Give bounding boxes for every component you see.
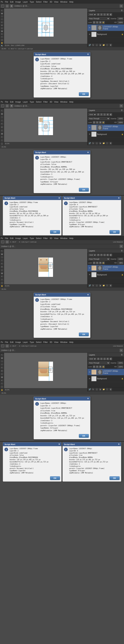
tool-text-4[interactable]: T: [0, 278, 4, 281]
layer-row-frame-4[interactable]: 👁 LO2G5037-300dpi Frame: [88, 265, 124, 272]
tool-clone[interactable]: ⊕: [0, 24, 4, 26]
layers-smart-icon-4[interactable]: ⊕: [106, 254, 109, 256]
menu-image-4[interactable]: Image: [15, 237, 21, 239]
toolbar-icon-2[interactable]: ▢: [5, 4, 9, 8]
tool-eraser-5[interactable]: ◻: [0, 373, 4, 376]
lock-icon-4b[interactable]: ✏: [96, 262, 99, 264]
layers-btn-del-1[interactable]: 🗑: [109, 44, 112, 46]
ok-button-6r[interactable]: OK: [110, 476, 120, 480]
toolbar-icon-close[interactable]: ✕: [120, 4, 123, 8]
tool-eraser-4[interactable]: ◻: [0, 268, 4, 271]
ok-button-1[interactable]: OK: [79, 92, 89, 96]
layers-btn-new-4[interactable]: +: [106, 284, 109, 287]
layers-btn-link-4[interactable]: 🔗: [88, 284, 91, 287]
ok-button-3r[interactable]: OK: [110, 230, 120, 234]
tool-pen-5[interactable]: ✒: [0, 379, 4, 382]
layer-eye-bg-1[interactable]: 👁: [88, 33, 91, 36]
layers-menu-btn-1[interactable]: ☰: [121, 10, 123, 12]
lock-icon-5c[interactable]: ✥: [99, 366, 102, 368]
lock-icon-2d[interactable]: 🔒: [102, 121, 105, 124]
tool-shape-4[interactable]: ◯: [0, 282, 4, 284]
opacity-input-4[interactable]: [118, 258, 123, 260]
menu-edit-4[interactable]: Edit: [10, 237, 13, 239]
layers-shape-icon-4[interactable]: ◇: [103, 254, 106, 256]
layer-row-bg-1[interactable]: 👁 Background 🔒: [88, 31, 124, 38]
menu-3d[interactable]: 3D: [50, 1, 52, 3]
opacity-input-2[interactable]: [118, 117, 123, 120]
menu-layer-2[interactable]: Layer: [23, 101, 28, 103]
layers-type-icon-5[interactable]: T: [100, 358, 103, 360]
toolbar-icon-2b[interactable]: ▢: [5, 104, 9, 108]
menu-help-5[interactable]: Help: [69, 341, 73, 343]
layers-smart-icon-1[interactable]: ⊕: [106, 13, 109, 16]
layers-kind-select-5[interactable]: Kind: [88, 358, 97, 360]
layer-eye-1[interactable]: 👁: [88, 26, 91, 29]
menu-filter-2[interactable]: Filter: [43, 101, 48, 103]
close-4[interactable]: ✕: [87, 294, 89, 296]
ok-button-3l[interactable]: OK: [50, 230, 60, 234]
close-5[interactable]: ✕: [87, 398, 89, 400]
menu-file-4[interactable]: File: [5, 237, 8, 239]
menu-window-2[interactable]: Window: [60, 101, 67, 103]
layers-color-icon-1[interactable]: ◐: [110, 13, 112, 16]
layers-btn-group-1[interactable]: 📁: [102, 44, 105, 46]
layers-filter-icon-5[interactable]: P: [97, 358, 100, 360]
tool-pen[interactable]: ✒: [0, 33, 4, 35]
tool-crop-4[interactable]: ⌗: [0, 259, 4, 262]
layer-row-bg-2[interactable]: 👁 Background 🔒: [88, 131, 124, 138]
menu-edit[interactable]: Edit: [10, 1, 13, 3]
close-3l[interactable]: ✕: [58, 197, 60, 199]
tool-lasso-5[interactable]: ⌇: [0, 360, 4, 363]
menu-help-4[interactable]: Help: [69, 237, 73, 239]
menu-3d-4[interactable]: 3D: [50, 237, 52, 239]
layers-btn-new-5[interactable]: +: [106, 388, 109, 391]
layers-btn-adj-1[interactable]: ◑: [99, 44, 102, 46]
layer-eye-4[interactable]: 👁: [88, 267, 91, 269]
tool-clone-5[interactable]: ⊕: [0, 370, 4, 372]
layers-color-icon-4[interactable]: ◐: [110, 254, 112, 256]
layers-shape-icon-1[interactable]: ◇: [103, 13, 106, 16]
layer-row-frame-2[interactable]: 👁 LO2G5037-300dpi Frame: [88, 124, 124, 131]
ok-button-6l[interactable]: OK: [50, 476, 60, 480]
fill-input-4[interactable]: [118, 262, 123, 264]
layer-eye-2[interactable]: 👁: [88, 126, 91, 129]
toolbar-icon-1[interactable]: ⬛: [1, 4, 4, 8]
menu-file-5[interactable]: File: [5, 341, 8, 343]
tool-gradient-2[interactable]: ▦: [0, 132, 4, 135]
tool-text-2[interactable]: T: [0, 139, 4, 142]
tool-gradient-5[interactable]: ▦: [0, 376, 4, 378]
menu-filter-5[interactable]: Filter: [43, 341, 48, 343]
tool-lasso[interactable]: ⌇: [0, 15, 4, 18]
toolbar-icon-3[interactable]: ✥: [10, 4, 13, 8]
tool-hand-5[interactable]: ✋: [0, 389, 4, 392]
layers-btn-link-5[interactable]: 🔗: [88, 388, 91, 391]
layers-kind-select-2[interactable]: Kind: [88, 113, 97, 116]
blend-mode-select-2[interactable]: Pass Through: [88, 117, 110, 120]
tool-eraser[interactable]: ◻: [0, 27, 4, 30]
tool-clone-2[interactable]: ⊕: [0, 126, 4, 129]
layers-kind-select-4[interactable]: Kind: [88, 254, 97, 256]
tool-move-2[interactable]: ↖: [0, 109, 4, 112]
layer-row-bg-4[interactable]: 👁 Background 🔒: [88, 272, 124, 278]
layers-btn-new-2[interactable]: +: [106, 142, 109, 145]
tool-brush-4[interactable]: ✏: [0, 262, 4, 265]
layer-eye-bg-2[interactable]: 👁: [88, 133, 91, 136]
layers-btn-group-5[interactable]: 📁: [102, 388, 105, 391]
menu-filter[interactable]: Filter: [43, 1, 48, 3]
tool-pen-4[interactable]: ✒: [0, 275, 4, 278]
layers-btn-link-2[interactable]: 🔗: [88, 142, 91, 145]
layers-btn-group-4[interactable]: 📁: [102, 284, 105, 287]
tool-eraser-2[interactable]: ◻: [0, 129, 4, 132]
menu-select-5[interactable]: Select: [36, 341, 42, 343]
menu-ps[interactable]: Ps: [1, 1, 3, 3]
tool-lasso-2[interactable]: ⌇: [0, 116, 4, 119]
toolbar-close-4[interactable]: ✕: [120, 245, 123, 248]
tool-select[interactable]: ▣: [0, 12, 4, 15]
layers-smart-icon-5[interactable]: ⊕: [106, 358, 109, 360]
lock-icon-2c[interactable]: ✥: [99, 121, 102, 124]
layers-btn-new-1[interactable]: +: [106, 44, 109, 46]
toolbar-icon-close-2[interactable]: ✕: [120, 104, 123, 108]
menu-ps-4[interactable]: Ps: [1, 237, 3, 239]
menu-image[interactable]: Image: [15, 1, 21, 3]
layer-row-bg-5[interactable]: 👁 Background 🔒: [88, 376, 124, 382]
